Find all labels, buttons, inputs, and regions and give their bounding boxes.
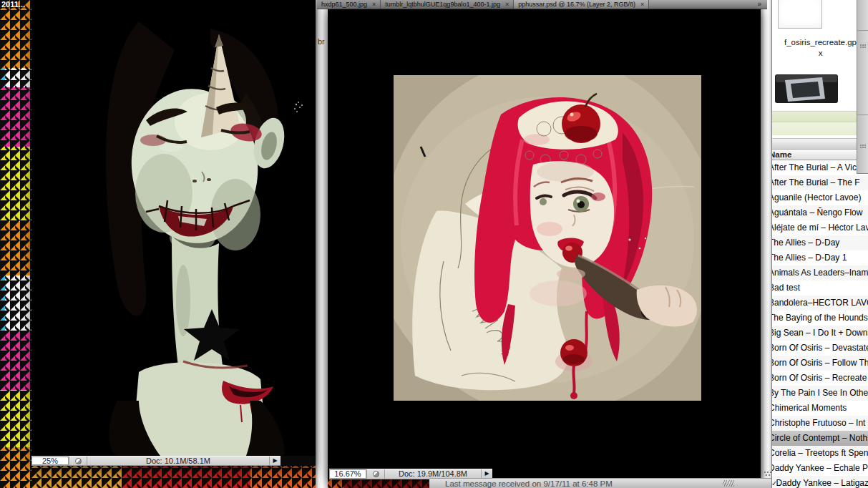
tab-tumblr[interactable]: tumblr_lqtbhulGUE1qg9balo1_400-1.jpg × — [381, 0, 514, 9]
left-status-tail — [281, 456, 316, 466]
chat-status-bar: Last message received on 9/17/11 at 6:48… — [429, 478, 771, 488]
track-title: Daddy Yankee – Echale Pi — [772, 463, 868, 473]
photoshop-document-window-left: 25% Doc: 10.1M/58.1M ▶ — [31, 0, 316, 466]
zoom-level-field[interactable]: 25% — [31, 457, 69, 465]
list-item[interactable]: Aguántala – Ñengo Flow — [772, 205, 868, 220]
track-title: Aléjate de mí – Héctor Lav — [772, 223, 868, 233]
close-icon[interactable]: × — [640, 1, 644, 8]
track-title: Daddy Yankee – Latigazo — [776, 478, 868, 488]
tab-label: tumblr_lqtbhulGUE1qg9balo1_400-1.jpg — [385, 1, 500, 8]
file-name-label[interactable]: f_osiris_recreate.gp — [772, 38, 868, 47]
music-list-rows: After The Burial – A ViciAfter The Buria… — [772, 160, 868, 488]
tab-overflow-chevron-icon[interactable]: » — [757, 0, 767, 9]
list-item[interactable]: Born Of Osiris – Follow Th — [772, 356, 868, 371]
track-title: After The Burial – A Vici — [772, 162, 859, 172]
track-title: Animals As Leaders–Iname — [772, 268, 868, 278]
column-header-label: Name — [771, 150, 791, 159]
track-title: Bandolera–HECTOR LAVOE — [772, 298, 868, 308]
list-item[interactable]: The Allies – D-Day — [772, 235, 868, 250]
list-item[interactable]: Circle of Contempt – Noth — [772, 431, 868, 446]
background-window-edge — [316, 0, 328, 488]
list-item[interactable]: ✓Daddy Yankee – Latigazo — [772, 476, 868, 488]
center-artwork-canvas[interactable] — [394, 75, 701, 401]
list-item[interactable]: Born Of Osiris – Recreate — [772, 371, 868, 386]
list-item[interactable]: Born Of Osiris – Devastate — [772, 341, 868, 356]
panel-dock-strip[interactable] — [857, 0, 868, 174]
track-title: Born Of Osiris – Devastate — [772, 343, 868, 353]
chat-status-text: Last message received on 9/17/11 at 6:48… — [445, 479, 613, 488]
status-menu-arrow-icon[interactable]: ▶ — [269, 457, 281, 465]
list-item[interactable]: After The Burial – A Vici — [772, 160, 868, 175]
list-item[interactable]: Bandolera–HECTOR LAVOE — [772, 296, 868, 311]
list-item[interactable]: Daddy Yankee – Echale Pi — [772, 461, 868, 476]
file-icon[interactable] — [778, 0, 822, 29]
display-icon[interactable] — [775, 74, 838, 103]
list-item[interactable]: By The Pain I See In Others — [772, 386, 868, 401]
playlist-band — [772, 122, 868, 135]
list-toolbar — [772, 138, 868, 150]
list-item[interactable]: Corelia – Treetops ft Spen — [772, 446, 868, 461]
list-item[interactable]: The Allies – D-Day 1 — [772, 250, 868, 265]
list-item[interactable]: Big Sean – I Do It + Downl — [772, 326, 868, 341]
track-title: Circle of Contempt – Noth — [772, 433, 867, 443]
track-title: Bad test — [772, 283, 800, 293]
background-window-edge-right — [761, 0, 771, 488]
list-item[interactable]: Aguanile (Hector Lavoe) — [772, 190, 868, 205]
track-title: Born Of Osiris – Recreate — [772, 373, 867, 383]
track-title: Big Sean – I Do It + Downl — [772, 328, 868, 338]
list-item[interactable]: After The Burial – The F — [772, 175, 868, 190]
track-title: Born Of Osiris – Follow Th — [772, 358, 868, 368]
track-title: After The Burial – The F — [772, 177, 860, 187]
zoom-level-field[interactable]: 16.67% — [329, 469, 366, 479]
track-title: Aguántala – Ñengo Flow — [772, 208, 862, 218]
list-item[interactable]: Christophe Frutuoso – Int — [772, 416, 868, 431]
list-item[interactable]: Chimerical Moments — [772, 401, 868, 416]
background-window-text: br — [318, 37, 325, 46]
desktop-wallpaper-left — [0, 0, 31, 488]
track-title: The Baying of the Hounds — [772, 313, 868, 323]
doc-preview-icon[interactable] — [366, 469, 385, 479]
track-title: Corelia – Treetops ft Spen — [772, 448, 868, 458]
chat-resize-grip-icon[interactable] — [723, 480, 734, 487]
desktop-item-label-2011[interactable]: 2011... — [1, 0, 25, 9]
track-title: Aguanile (Hector Lavoe) — [772, 192, 861, 202]
tab-label: pphussar.psd @ 16.7% (Layer 2, RGB/8) — [518, 1, 635, 8]
music-list-window: f_osiris_recreate.gp x Name After The Bu… — [771, 0, 868, 488]
column-header-name[interactable]: Name — [772, 150, 868, 160]
tab-hxdp61[interactable]: hxdp61_500.jpg × — [317, 0, 381, 9]
photoshop-tab-bar: hxdp61_500.jpg × tumblr_lqtbhulGUE1qg9ba… — [317, 0, 767, 9]
track-title: Christophe Frutuoso – Int — [772, 418, 865, 428]
list-item[interactable]: Aléjate de mí – Héctor Lav — [772, 220, 868, 235]
doc-preview-icon[interactable] — [69, 457, 87, 465]
track-title: The Allies – D-Day 1 — [772, 253, 847, 263]
photoshop-document-window-center: 16.67% Doc: 19.9M/104.8M ▶ — [328, 9, 761, 479]
list-item[interactable]: The Baying of the Hounds — [772, 311, 868, 326]
file-name-label-line2[interactable]: x — [772, 49, 868, 57]
playlist-band — [772, 111, 868, 122]
list-item[interactable]: Animals As Leaders–Iname — [772, 265, 868, 280]
left-doc-status-bar: 25% Doc: 10.1M/58.1M ▶ — [31, 456, 281, 466]
left-artwork-canvas[interactable] — [31, 0, 316, 456]
close-icon[interactable]: × — [505, 1, 509, 8]
close-icon[interactable]: × — [372, 1, 376, 8]
track-title: By The Pain I See In Others — [772, 388, 868, 398]
list-item[interactable]: Bad test — [772, 280, 868, 296]
track-title: The Allies – D-Day — [772, 238, 839, 248]
track-title: Chimerical Moments — [772, 403, 847, 413]
tab-pphussar-active[interactable]: pphussar.psd @ 16.7% (Layer 2, RGB/8) × — [514, 0, 649, 9]
doc-size-info: Doc: 10.1M/58.1M — [87, 457, 269, 465]
tab-label: hxdp61_500.jpg — [321, 1, 367, 8]
